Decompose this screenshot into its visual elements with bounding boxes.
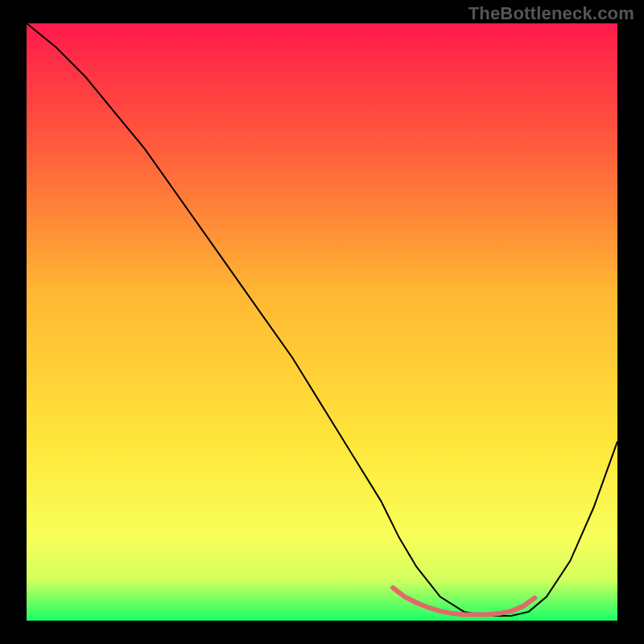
chart-container: TheBottleneck.com	[0, 0, 644, 644]
watermark-text: TheBottleneck.com	[469, 3, 634, 24]
bottleneck-chart	[27, 23, 617, 621]
